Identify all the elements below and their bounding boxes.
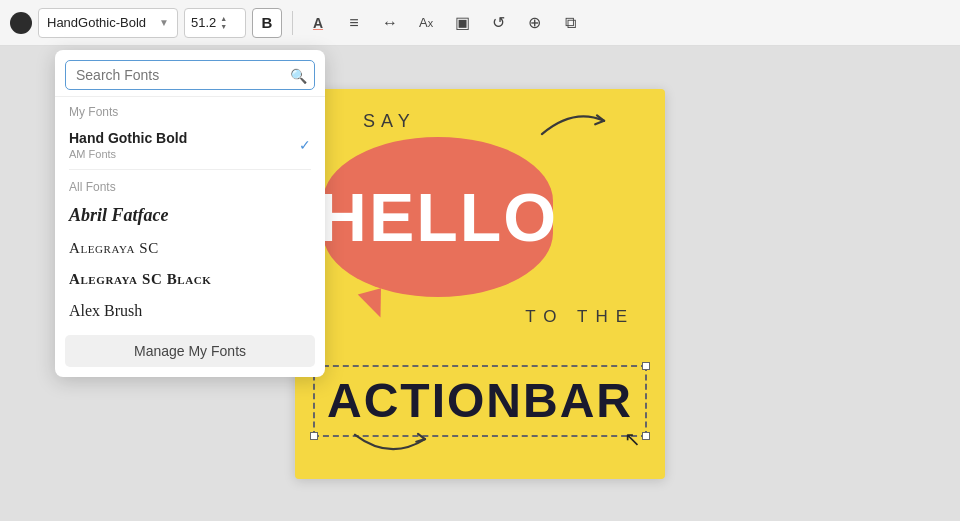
cursor-icon: ↖ <box>624 427 641 451</box>
actionbar-text: ACTIONBAR <box>327 373 633 428</box>
font-item-alegraya-sc-black[interactable]: Alegraya SC Black <box>55 264 325 295</box>
text-color-button[interactable]: A <box>303 8 333 38</box>
font-size-down[interactable]: ▼ <box>220 23 227 30</box>
font-dropdown-panel: 🔍 My Fonts Hand Gothic Bold AM Fonts ✓ A… <box>55 50 325 377</box>
speech-bubble: HELLO <box>323 137 553 297</box>
selection-handle-tr <box>642 362 650 370</box>
manage-fonts-button[interactable]: Manage My Fonts <box>65 335 315 367</box>
align-button[interactable]: ≡ <box>339 8 369 38</box>
font-size-spinners: ▲ ▼ <box>220 15 227 30</box>
top-arrow-decoration <box>533 103 613 143</box>
main-area: 🔍 My Fonts Hand Gothic Bold AM Fonts ✓ A… <box>0 46 960 521</box>
font-size-input[interactable]: 51.2 ▲ ▼ <box>184 8 246 38</box>
selected-font-source: AM Fonts <box>69 148 187 160</box>
font-item-alex[interactable]: Alex Brush <box>55 295 325 327</box>
font-name-alegraya-sc-black: Alegraya SC Black <box>69 271 211 288</box>
say-text: SAY <box>363 111 416 132</box>
design-card: SAY HELLO TO THE ACTIONBAR ↖ <box>295 89 665 479</box>
selected-font-item[interactable]: Hand Gothic Bold AM Fonts ✓ <box>55 123 325 167</box>
font-name-alex: Alex Brush <box>69 302 142 320</box>
font-name-abril: Abril Fatface <box>69 205 169 226</box>
toolbar-divider <box>292 11 293 35</box>
bottom-arrow-decoration <box>345 426 435 461</box>
text-style-button[interactable]: Ax <box>411 8 441 38</box>
selection-handle-br <box>642 432 650 440</box>
rotate-button[interactable]: ↺ <box>483 8 513 38</box>
font-selector-text: HandGothic-Bold <box>47 15 155 30</box>
layers-button[interactable]: ⊕ <box>519 8 549 38</box>
toolbar: HandGothic-Bold ▼ 51.2 ▲ ▼ B A ≡ ↔ Ax ▣ … <box>0 0 960 46</box>
to-the-text: TO THE <box>525 307 635 327</box>
search-input[interactable] <box>65 60 315 90</box>
hello-text: HELLO <box>318 178 558 256</box>
bold-button[interactable]: B <box>252 8 282 38</box>
app-logo <box>10 12 32 34</box>
all-fonts-label: All Fonts <box>55 172 325 198</box>
font-selector[interactable]: HandGothic-Bold ▼ <box>38 8 178 38</box>
divider <box>69 169 311 170</box>
duplicate-button[interactable]: ⧉ <box>555 8 585 38</box>
font-size-value: 51.2 <box>191 15 216 30</box>
font-name-alegraya-sc: Alegraya SC <box>69 240 159 257</box>
mask-button[interactable]: ▣ <box>447 8 477 38</box>
font-size-up[interactable]: ▲ <box>220 15 227 22</box>
font-item-abril[interactable]: Abril Fatface <box>55 198 325 233</box>
selection-handle-bl <box>310 432 318 440</box>
font-search-wrapper: 🔍 <box>55 50 325 97</box>
selected-font-name: Hand Gothic Bold <box>69 130 187 146</box>
spacing-button[interactable]: ↔ <box>375 8 405 38</box>
chevron-down-icon: ▼ <box>159 17 169 28</box>
my-fonts-label: My Fonts <box>55 97 325 123</box>
checkmark-icon: ✓ <box>299 137 311 153</box>
font-item-alegraya-sc[interactable]: Alegraya SC <box>55 233 325 264</box>
